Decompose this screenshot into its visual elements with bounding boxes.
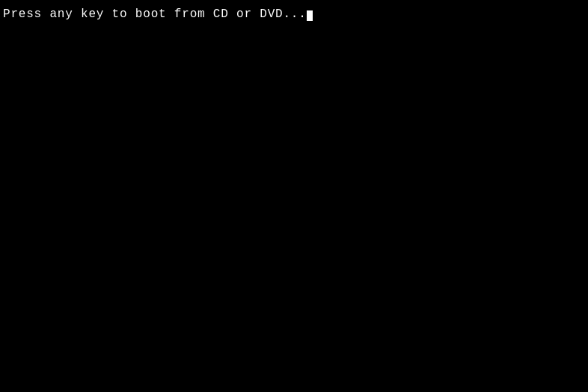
cursor-blink — [307, 10, 313, 21]
boot-message-line: Press any key to boot from CD or DVD... — [3, 7, 313, 21]
boot-screen: Press any key to boot from CD or DVD... — [0, 0, 588, 392]
boot-text: Press any key to boot from CD or DVD... — [3, 7, 307, 21]
